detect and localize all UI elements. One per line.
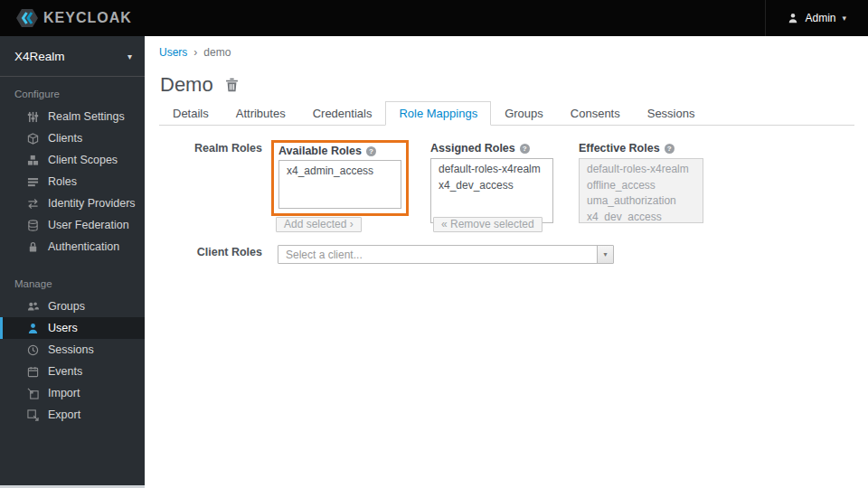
tab-role-mappings[interactable]: Role Mappings: [385, 101, 491, 126]
effective-roles-listbox: default-roles-x4realm offline_access uma…: [579, 158, 703, 223]
page-title: Demo: [160, 73, 239, 97]
remove-selected-button[interactable]: « Remove selected: [433, 217, 542, 232]
sidebar-item-label: Authentication: [48, 240, 119, 253]
breadcrumb-current: demo: [203, 46, 231, 59]
calendar-icon: [26, 365, 39, 378]
realm-roles-label: Realm Roles: [145, 142, 262, 155]
sidebar-item-label: Realm Settings: [48, 110, 125, 123]
sidebar-item-users[interactable]: Users: [0, 317, 145, 339]
nav-section-manage: Manage: [0, 267, 145, 296]
help-icon[interactable]: ?: [520, 144, 530, 154]
keycloak-logo-icon: [16, 7, 38, 29]
arrows-icon: [26, 197, 39, 210]
assigned-roles-label: Assigned Roles: [430, 142, 515, 155]
sidebar-item-label: Identity Providers: [48, 197, 136, 210]
sidebar-item-label: Import: [48, 387, 80, 399]
available-roles-highlight-box: Available Roles ? x4_admin_access: [271, 140, 409, 216]
sidebar-item-client-scopes[interactable]: Client Scopes: [0, 149, 145, 171]
cubes-icon: [26, 154, 39, 166]
chevron-down-icon: ▾: [127, 52, 132, 61]
sidebar-item-label: Roles: [48, 175, 77, 188]
sidebar-item-clients[interactable]: Clients: [0, 127, 145, 149]
clock-icon: [26, 343, 39, 356]
effective-roles-group: Effective Roles ? default-roles-x4realm …: [579, 142, 703, 223]
available-roles-label: Available Roles: [278, 145, 362, 157]
tab-details[interactable]: Details: [159, 101, 222, 126]
tab-attributes[interactable]: Attributes: [222, 101, 299, 126]
sidebar-item-label: Events: [48, 365, 82, 378]
brand-text: KEYCLOAK: [43, 10, 132, 26]
sidebar-item-events[interactable]: Events: [0, 361, 145, 382]
tab-sessions[interactable]: Sessions: [634, 101, 709, 126]
help-icon[interactable]: ?: [665, 144, 675, 154]
role-option[interactable]: x4_admin_access: [279, 164, 401, 180]
sidebar-item-label: Sessions: [48, 343, 94, 356]
sidebar: X4Realm ▾ Configure Realm Settings Clien…: [0, 36, 145, 485]
breadcrumb-separator: ›: [193, 46, 197, 59]
role-option: uma_authorization: [580, 193, 703, 210]
sidebar-item-authentication[interactable]: Authentication: [0, 236, 145, 258]
sidebar-item-export[interactable]: Export: [0, 404, 145, 426]
assigned-roles-group: Assigned Roles ? default-roles-x4realm x…: [430, 142, 553, 223]
topbar: KEYCLOAK Admin ▾: [0, 0, 868, 36]
tab-consents[interactable]: Consents: [557, 101, 634, 126]
client-roles-label: Client Roles: [145, 246, 262, 258]
role-option: default-roles-x4realm: [580, 162, 703, 178]
sidebar-item-user-federation[interactable]: User Federation: [0, 214, 145, 236]
available-roles-listbox[interactable]: x4_admin_access: [278, 160, 401, 209]
add-selected-button[interactable]: Add selected ›: [276, 217, 362, 232]
delete-user-button[interactable]: [225, 78, 239, 92]
user-menu[interactable]: Admin ▾: [765, 0, 868, 36]
help-icon[interactable]: ?: [366, 146, 376, 156]
database-icon: [26, 219, 39, 231]
sidebar-item-label: Users: [48, 322, 78, 334]
assigned-roles-header: Assigned Roles ?: [430, 142, 553, 155]
role-option: x4_dev_access: [580, 210, 703, 224]
keycloak-logo[interactable]: KEYCLOAK: [0, 0, 132, 36]
realm-selector[interactable]: X4Realm ▾: [0, 36, 145, 77]
sidebar-item-groups[interactable]: Groups: [0, 296, 145, 317]
user-icon: [788, 13, 798, 23]
lock-icon: [26, 240, 39, 253]
breadcrumb-users-link[interactable]: Users: [159, 46, 187, 59]
client-select-placeholder: Select a client...: [278, 249, 597, 261]
tab-groups[interactable]: Groups: [491, 101, 557, 126]
main-content: Users › demo Demo Details Attributes Cre…: [145, 36, 868, 488]
sliders-icon: [26, 110, 39, 123]
page-title-text: Demo: [160, 73, 213, 97]
realm-name: X4Realm: [14, 50, 65, 63]
chevron-down-icon[interactable]: ▾: [597, 246, 613, 263]
export-icon: [26, 408, 39, 421]
role-option[interactable]: x4_dev_access: [431, 178, 552, 194]
sidebar-item-label: Clients: [48, 132, 82, 145]
role-option: offline_access: [580, 178, 703, 194]
client-select-dropdown[interactable]: Select a client... ▾: [278, 245, 614, 264]
user-icon: [26, 322, 39, 334]
effective-roles-header: Effective Roles ?: [579, 142, 703, 155]
chevron-down-icon: ▾: [842, 14, 846, 23]
breadcrumb: Users › demo: [159, 46, 231, 59]
role-option[interactable]: default-roles-x4realm: [431, 162, 552, 178]
sidebar-item-label: Export: [48, 408, 80, 421]
user-menu-label: Admin: [805, 12, 835, 24]
tab-credentials[interactable]: Credentials: [299, 101, 386, 126]
tab-bar: Details Attributes Credentials Role Mapp…: [159, 101, 854, 126]
sidebar-item-identity-providers[interactable]: Identity Providers: [0, 192, 145, 214]
sidebar-item-label: Groups: [48, 300, 85, 313]
effective-roles-label: Effective Roles: [579, 142, 660, 155]
group-icon: [26, 300, 39, 313]
nav-section-configure: Configure: [0, 77, 145, 106]
sidebar-item-sessions[interactable]: Sessions: [0, 339, 145, 361]
sidebar-item-label: User Federation: [48, 219, 129, 231]
cube-icon: [26, 132, 39, 145]
import-icon: [26, 387, 39, 399]
sidebar-item-label: Client Scopes: [48, 154, 118, 166]
list-icon: [26, 175, 39, 188]
available-roles-header: Available Roles ?: [278, 145, 401, 157]
assigned-roles-listbox[interactable]: default-roles-x4realm x4_dev_access: [430, 158, 553, 223]
sidebar-item-roles[interactable]: Roles: [0, 171, 145, 192]
sidebar-item-realm-settings[interactable]: Realm Settings: [0, 106, 145, 127]
sidebar-item-import[interactable]: Import: [0, 382, 145, 404]
